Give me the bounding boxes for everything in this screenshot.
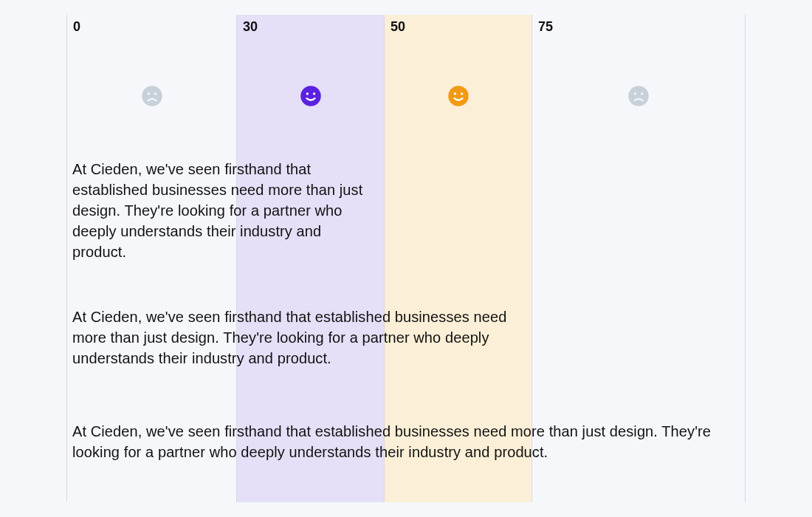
paragraph-narrow: At Cieden, we've seen firsthand that est…	[72, 159, 375, 262]
paragraph-medium: At Cieden, we've seen firsthand that est…	[72, 307, 512, 369]
sample-paragraphs: At Cieden, we've seen firsthand that est…	[66, 15, 746, 502]
line-length-diagram: 0 30 50	[66, 15, 746, 502]
paragraph-wide: At Cieden, we've seen firsthand that est…	[72, 421, 737, 462]
